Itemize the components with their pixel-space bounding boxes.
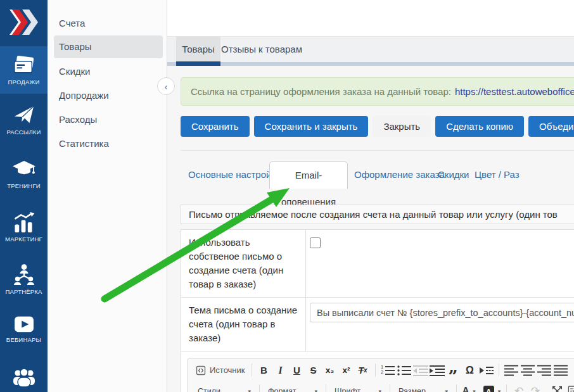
sidebar-item-label: ПАРТНЁРКА — [5, 288, 42, 295]
tab-email-notifications[interactable]: Email-оповещения — [269, 161, 348, 189]
sidebar-item-label: МАРКЕТИНГ — [5, 236, 42, 243]
remove-format-button[interactable]: Tx — [355, 362, 371, 378]
sidebar-item-webinars[interactable]: ВЕБИНАРЫ — [0, 313, 48, 346]
submenu-item-upsells[interactable]: Допродажи — [48, 84, 167, 107]
collapse-sidebar-button[interactable]: ‹ — [157, 77, 175, 95]
superscript-button[interactable]: x² — [338, 362, 355, 378]
format-dropdown[interactable]: Формат... ▾ — [264, 383, 322, 392]
sidebar-item-marketing[interactable]: МАРКЕТИНГ — [0, 208, 48, 246]
make-copy-button[interactable]: Сделать копию — [435, 116, 524, 137]
size-dropdown[interactable]: Размер ▾ — [394, 383, 452, 392]
size-dropdown-label: Размер — [399, 387, 426, 392]
insert-block-icon — [478, 364, 495, 377]
growth-chart-icon — [13, 212, 35, 232]
order-link[interactable]: https://testtest.autoweboffice.ru/?r=o — [455, 86, 574, 97]
align-center-button[interactable] — [520, 362, 536, 378]
chevron-down-icon: ▾ — [314, 388, 317, 392]
rich-text-editor: Источник B I U S x₂ x² Tx — [188, 358, 574, 392]
sidebar-item-label: РАССЫЛКИ — [6, 129, 41, 136]
insert-block-button[interactable] — [478, 362, 495, 378]
table-row: Тема письма о создание счета (один товар… — [181, 298, 574, 351]
source-button[interactable]: Источник — [193, 362, 248, 378]
tab-basic-settings[interactable]: Основные настройки — [188, 169, 281, 180]
table-row: Источник B I U S x₂ x² Tx — [181, 351, 574, 392]
styles-dropdown-label: Стили — [198, 387, 220, 392]
affiliate-network-icon — [13, 263, 35, 285]
align-right-button[interactable] — [536, 362, 552, 378]
save-button[interactable]: Сохранить — [181, 116, 250, 137]
decrease-indent-icon — [412, 364, 429, 377]
bulleted-list-button[interactable] — [396, 362, 412, 378]
chevron-down-icon: ▾ — [473, 388, 476, 392]
text-color-button[interactable]: A ▾ — [461, 386, 478, 392]
email-settings-table: Использовать собственое письмо о создани… — [181, 229, 574, 392]
decrease-indent-button — [412, 362, 429, 378]
maximize-button[interactable] — [549, 383, 565, 392]
video-play-icon — [13, 315, 35, 333]
submenu-item-accounts[interactable]: Счета — [48, 12, 167, 35]
tab-product-reviews[interactable]: Отзывы к товарам — [220, 37, 303, 62]
text-color-icon: A — [462, 386, 469, 392]
close-button[interactable]: Закрыть — [373, 116, 431, 137]
submenu-item-statistics[interactable]: Статистика — [48, 132, 167, 155]
sidebar-item-mailings[interactable]: РАССЫЛКИ — [0, 100, 48, 139]
document-magnifier-icon — [568, 386, 574, 392]
font-dropdown[interactable]: Шрифт ▾ — [330, 383, 386, 392]
submenu-item-products[interactable]: Товары — [54, 35, 163, 58]
source-code-icon — [196, 365, 206, 376]
align-left-icon — [504, 364, 519, 376]
align-justify-button[interactable] — [552, 362, 569, 378]
align-left-button[interactable] — [503, 362, 520, 378]
sidebar-item-sales[interactable]: ПРОДАЖИ — [0, 46, 48, 94]
undo-button: ↶ — [511, 383, 527, 392]
top-strip — [167, 0, 574, 36]
primary-sidebar: ПРОДАЖИ РАССЫЛКИ ТРЕНИНГИ — [0, 0, 48, 392]
toolbar-separator — [326, 384, 326, 392]
graduation-cap-icon — [12, 160, 36, 179]
letter-subject-input[interactable] — [310, 303, 574, 322]
sidebar-item-trainings[interactable]: ТРЕНИНГИ — [0, 156, 48, 194]
special-character-button[interactable]: Ω — [462, 362, 478, 378]
secondary-sidebar: Счета Товары Скидки Допродажи Расходы Ст… — [48, 0, 167, 392]
app-logo[interactable] — [0, 0, 48, 44]
bold-button[interactable]: B — [256, 362, 272, 378]
subscript-button[interactable]: x₂ — [322, 362, 338, 378]
save-and-close-button[interactable]: Сохранить и закрыть — [254, 116, 369, 137]
align-center-icon — [520, 364, 535, 376]
submenu-item-expenses[interactable]: Расходы — [48, 108, 167, 131]
toolbar-separator — [252, 364, 252, 377]
credit-card-icon — [12, 54, 36, 75]
underline-button[interactable]: U — [289, 362, 305, 378]
tab-discounts[interactable]: Скидки — [438, 169, 469, 180]
toolbar-separator — [506, 384, 507, 392]
submenu-item-discounts[interactable]: Скидки — [48, 60, 167, 83]
numbered-list-icon: 1 2 — [379, 364, 396, 377]
toolbar-separator — [456, 384, 457, 392]
row-label: Использовать собственое письмо о создани… — [181, 230, 306, 298]
numbered-list-button[interactable]: 1 2 — [379, 362, 396, 378]
sidebar-item-affiliate[interactable]: ПАРТНЁРКА — [0, 260, 48, 298]
tab-products[interactable]: Товары — [176, 37, 220, 62]
italic-button[interactable]: I — [272, 362, 289, 378]
panel-header: Письмо отправляемое после создания счета… — [181, 205, 574, 224]
use-custom-letter-checkbox[interactable] — [310, 237, 321, 248]
font-dropdown-label: Шрифт — [335, 387, 360, 392]
tab-order-form[interactable]: Оформление заказа — [354, 169, 445, 180]
increase-indent-icon — [429, 364, 445, 377]
preview-button[interactable] — [565, 383, 574, 392]
sidebar-item-clients[interactable] — [0, 362, 48, 392]
tab-color-size[interactable]: Цвет / Раз — [475, 169, 520, 180]
strikethrough-button[interactable]: S — [305, 362, 322, 378]
background-color-icon: A — [483, 386, 494, 392]
increase-indent-button[interactable] — [429, 362, 445, 378]
background-color-button[interactable]: A ▾ — [482, 386, 503, 392]
merge-button[interactable]: Объединить — [528, 116, 574, 137]
format-dropdown-label: Формат... — [268, 387, 302, 392]
app-screen: ПРОДАЖИ РАССЫЛКИ ТРЕНИНГИ — [0, 0, 574, 392]
styles-dropdown[interactable]: Стили ▾ — [193, 383, 255, 392]
toolbar-separator — [259, 384, 260, 392]
toolbar-separator — [390, 384, 390, 392]
blockquote-button[interactable]: „ — [445, 362, 462, 378]
chevron-down-icon: ▾ — [498, 388, 501, 392]
order-link-alert-text: Ссылка на страницу оформления заказа на … — [191, 86, 451, 97]
